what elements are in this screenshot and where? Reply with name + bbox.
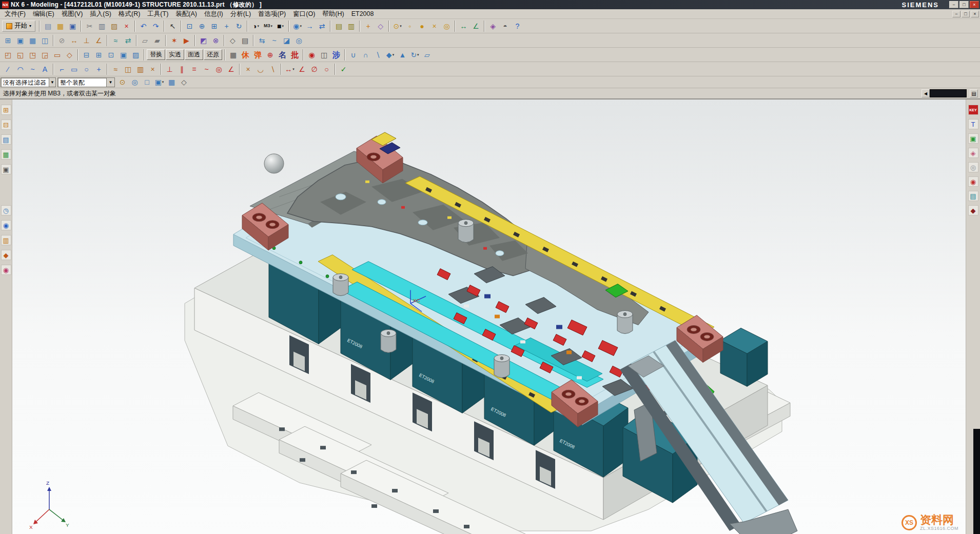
mold-wizard-icon[interactable]: ◆▾ <box>384 49 396 61</box>
offset-curve-icon[interactable]: ≈ <box>110 64 122 75</box>
help-context-icon[interactable]: ? <box>512 21 523 32</box>
restore-display-button[interactable]: 还原 <box>204 49 222 60</box>
user-palette-icon[interactable]: ▥ <box>1 235 11 245</box>
add-component-icon[interactable]: ⊞ <box>2 35 14 46</box>
menu-window-button[interactable]: 窗口(O) <box>289 9 319 18</box>
section-view-icon[interactable]: ◫ <box>318 49 330 61</box>
layer-in-view-icon[interactable]: ▥ <box>345 21 357 32</box>
replace-display-button[interactable]: 替换 <box>147 49 165 60</box>
menu-file-button[interactable]: 文件(F) <box>1 9 29 18</box>
diameter-dimension-icon[interactable]: ∅ <box>308 64 320 75</box>
undo-icon[interactable]: ↶ <box>138 21 149 32</box>
red-marker-icon[interactable]: ◉ <box>306 49 318 61</box>
exploded-views-icon[interactable]: ✶ <box>168 35 180 46</box>
trim-tool-icon[interactable]: ∖ <box>372 49 384 61</box>
isolate-component-icon[interactable]: ◎ <box>293 35 305 46</box>
constraint-navigator-icon[interactable]: ⊟ <box>1 120 11 130</box>
paste-icon[interactable]: ▨ <box>108 21 120 32</box>
operation-navigator-icon[interactable]: ▦ <box>1 149 11 160</box>
intersection-curve-icon[interactable]: × <box>147 64 159 75</box>
text-icon[interactable]: A <box>39 64 51 75</box>
wcs-orient-icon[interactable]: + <box>362 21 374 32</box>
redo-icon[interactable]: ↷ <box>150 21 162 32</box>
maximize-button[interactable]: □ <box>959 1 969 8</box>
angle-constraint-icon[interactable]: ∠ <box>225 64 237 75</box>
arc-icon[interactable]: ◠ <box>14 64 26 75</box>
history-palette-icon[interactable]: ◷ <box>1 205 11 215</box>
assembly-cut-icon[interactable]: ◪ <box>281 35 292 46</box>
fillet-icon[interactable]: ◡ <box>254 64 266 75</box>
point-icon[interactable]: + <box>93 64 105 75</box>
object-display-color-icon[interactable]: ■▾ <box>275 21 286 32</box>
assembly-constraints-icon[interactable]: ⊥ <box>81 35 92 46</box>
end-point-snap-icon[interactable]: ◦ <box>404 21 416 32</box>
name-display-button[interactable]: 名 <box>277 49 288 61</box>
snap-point-icon[interactable]: ⊙▾ <box>391 21 403 32</box>
grid-display-icon[interactable]: ▦ <box>227 49 239 61</box>
perpendicular-constraint-icon[interactable]: ⊥ <box>164 64 175 75</box>
product-outline-icon[interactable]: ◇ <box>227 35 239 46</box>
menu-analysis-button[interactable]: 分析(L) <box>227 9 254 18</box>
pan-icon[interactable]: + <box>221 21 232 32</box>
rectangle-icon[interactable]: ▭ <box>68 64 80 75</box>
roles-icon[interactable]: ◉ <box>1 265 11 275</box>
move-object-icon[interactable]: → <box>304 21 316 32</box>
circle-icon[interactable]: ○ <box>81 64 92 75</box>
insert-tool-icon[interactable]: ◈ <box>968 148 978 158</box>
menu-insert-button[interactable]: 插入(S) <box>86 9 115 18</box>
cavity-tool-icon[interactable]: ∪ <box>347 49 359 61</box>
component-pattern-icon[interactable]: ▦ <box>27 35 38 46</box>
suppress-component-icon[interactable]: ⊘ <box>56 35 68 46</box>
part-navigator-icon[interactable]: ▤ <box>1 134 11 145</box>
delete-icon[interactable]: × <box>121 21 132 32</box>
die-engineering-icon[interactable]: ◰ <box>2 49 14 61</box>
material-properties-icon[interactable]: ◈ <box>487 21 499 32</box>
start-button[interactable]: 开始 ▾ <box>2 21 35 32</box>
spring-mode-button[interactable]: 弹 <box>252 49 264 61</box>
center-point-snap-icon[interactable]: ◎ <box>441 21 453 32</box>
zoom-icon[interactable]: ⊕ <box>196 21 208 32</box>
equal-constraint-icon[interactable]: = <box>188 64 200 75</box>
interference-check-button[interactable]: 涉 <box>330 49 342 61</box>
trim-steel-tool-icon[interactable]: ▤ <box>968 191 978 201</box>
pin-tool-icon[interactable]: ◎ <box>968 162 978 172</box>
motion-simulation-icon[interactable]: ↻▾ <box>409 49 421 61</box>
pocket-design-icon[interactable]: ▨ <box>130 49 142 61</box>
studio-spline-icon[interactable]: ~ <box>27 64 38 75</box>
show-degrees-of-freedom-icon[interactable]: ∠ <box>93 35 105 46</box>
profile-icon[interactable]: ⌐ <box>56 64 68 75</box>
rendering-style-icon[interactable]: ◑▾ <box>250 21 262 32</box>
menu-information-button[interactable]: 信息(I) <box>201 9 227 18</box>
concentric-constraint-icon[interactable]: ◎ <box>213 64 225 75</box>
assembly-navigator-icon[interactable]: ⊞ <box>1 105 11 115</box>
die-base-icon[interactable]: ◱ <box>14 49 26 61</box>
display-performance-icon[interactable]: ◓ <box>499 21 511 32</box>
measure-distance-icon[interactable]: ↔ <box>458 21 469 32</box>
menu-help-button[interactable]: 帮助(H) <box>319 9 347 18</box>
highlight-toggle-icon[interactable]: ◎ <box>129 77 141 87</box>
check-interference-icon[interactable]: ⊗ <box>210 35 222 46</box>
die-cube-tool-icon[interactable]: ◆ <box>968 205 978 215</box>
mid-point-snap-icon[interactable]: ● <box>416 21 428 32</box>
top-level-only-icon[interactable]: □ <box>141 77 153 87</box>
target-point-icon[interactable]: ⊕ <box>264 49 276 61</box>
text-tool-icon[interactable]: T <box>968 119 978 129</box>
selection-filter-combo[interactable]: 没有选择过滤器 ▼ <box>1 77 56 87</box>
child-restore-button[interactable]: □ <box>962 11 970 17</box>
rest-mode-button[interactable]: 休 <box>240 49 251 61</box>
child-minimize-button[interactable]: − <box>952 11 961 17</box>
solid-translucent-button[interactable]: 实透 <box>166 49 184 60</box>
menu-edit-button[interactable]: 编辑(E) <box>29 9 58 18</box>
chamfer-icon[interactable]: ∖ <box>267 64 279 75</box>
layer-settings-icon[interactable]: ▤ <box>333 21 345 32</box>
copy-icon[interactable]: ▥ <box>96 21 108 32</box>
selection-filter-dropdown-icon[interactable]: ▼ <box>49 78 55 87</box>
web-browser-icon[interactable]: ◉ <box>1 220 11 230</box>
selection-scope-dropdown-icon[interactable]: ▼ <box>106 78 114 87</box>
block-tool-icon[interactable]: ▣ <box>968 133 978 144</box>
new-file-icon[interactable]: ▤ <box>42 21 54 32</box>
bill-of-material-icon[interactable]: ▤ <box>239 35 251 46</box>
tangent-constraint-icon[interactable]: ~ <box>201 64 212 75</box>
menu-preferences-button[interactable]: 首选项(P) <box>254 9 289 18</box>
menu-view-button[interactable]: 视图(V) <box>58 9 87 18</box>
